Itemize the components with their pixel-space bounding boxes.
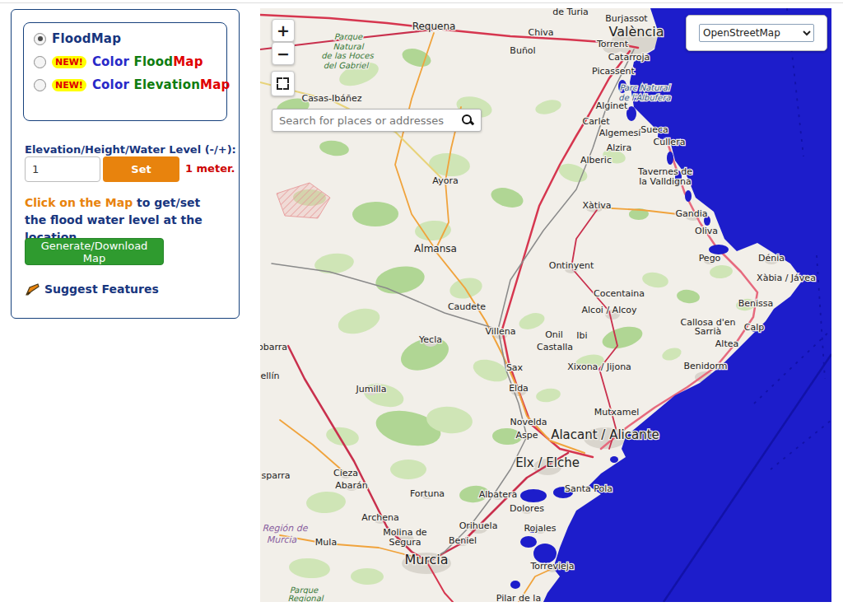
map-label: Fortuna	[410, 488, 445, 499]
map-label: Cocentaina	[594, 288, 645, 299]
map-label: Parque	[334, 32, 363, 42]
map-label: Burjassot	[605, 13, 648, 24]
fullscreen-icon	[277, 78, 288, 89]
map-label: Elda	[509, 383, 529, 394]
map-label: Villena	[486, 326, 516, 337]
map-render: de TuriaBurjassotValènciaChivaBuñolTorre…	[260, 8, 831, 602]
map-label: Santa Pola	[565, 483, 612, 494]
zoom-out-button[interactable]: −	[272, 42, 295, 65]
layer-select[interactable]: OpenStreetMap	[699, 24, 814, 42]
map-label: Catarroja	[608, 52, 650, 63]
radio-icon[interactable]	[34, 79, 46, 91]
map-label: Alberic	[580, 155, 612, 166]
search-input[interactable]	[272, 114, 461, 127]
generate-download-button[interactable]: Generate/Download Map	[25, 238, 164, 265]
map-label: Mula	[315, 537, 337, 548]
map-label: Murcia	[267, 534, 297, 545]
map-label: Albatera	[479, 489, 518, 500]
map-label: Castalla	[537, 342, 573, 352]
map-label: Gandia	[675, 208, 707, 219]
page-top-divider	[0, 2, 843, 3]
map-label: Alcoi / Alcoy	[582, 305, 637, 315]
map-label: Parc Natural	[619, 83, 670, 92]
map-label: Almansa	[414, 243, 457, 254]
set-button[interactable]: Set	[103, 156, 179, 182]
zoom-in-button[interactable]: +	[272, 19, 295, 42]
map-label: Caudete	[448, 301, 486, 312]
map-label: obarra	[260, 342, 287, 352]
map-label: Rojales	[524, 523, 556, 534]
map-label: Xàbia / Jávea	[757, 273, 816, 283]
layer-switcher-panel: OpenStreetMap	[686, 15, 827, 51]
map-label: Sueca	[640, 124, 668, 135]
map-label: Yecla	[418, 334, 442, 345]
map-label: Murcia	[404, 552, 448, 567]
meter-note: 1 meter.	[185, 162, 235, 175]
mode-option-color-floodmap[interactable]: NEW!Color FloodMap	[34, 54, 226, 69]
map-label: Pilar de la	[496, 593, 541, 602]
map-label: Cieza	[333, 468, 358, 478]
radio-icon[interactable]	[34, 33, 46, 45]
map-label: Algemesí	[599, 128, 642, 138]
map-label: Oliva	[695, 226, 718, 236]
map-label: Alzira	[607, 142, 632, 153]
map-label: Onil	[545, 329, 563, 340]
map-label: Xixona / Jijona	[567, 362, 631, 372]
map-label: Buñol	[510, 45, 535, 56]
map-label: Jumilla	[356, 384, 387, 394]
radio-icon[interactable]	[34, 56, 46, 68]
map-canvas[interactable]: de TuriaBurjassotValènciaChivaBuñolTorre…	[260, 8, 831, 602]
map-label: de l'Albufera	[618, 93, 671, 102]
mode-label: Color ElevationMap	[92, 77, 231, 92]
map-label: Beniel	[449, 535, 477, 546]
map-label: Aspe	[515, 430, 538, 441]
map-label: Chiva	[529, 27, 554, 38]
map-label: Alacant / Alicante	[551, 427, 659, 442]
map-label: Sarrià	[695, 326, 721, 337]
map-label: Carlet	[582, 116, 610, 127]
map-label: Ibi	[576, 330, 587, 341]
map-label: Natural	[333, 42, 365, 51]
map-label: ellín	[261, 371, 280, 381]
map-label: Segura	[389, 537, 422, 548]
map-label: Ayora	[432, 175, 458, 186]
mode-label: FloodMap	[52, 31, 121, 46]
map-label: Sax	[506, 362, 524, 373]
mode-option-floodmap[interactable]: FloodMap	[34, 31, 226, 46]
map-mode-box: FloodMapNEW!Color FloodMapNEW!Color Elev…	[23, 22, 227, 121]
map-label: Altea	[715, 338, 738, 349]
map-label: Ontinyent	[549, 260, 594, 271]
map-label: Elx / Elche	[515, 455, 580, 470]
map-label: Picassent	[592, 66, 635, 77]
suggest-features-link[interactable]: Suggest Features	[26, 282, 159, 296]
map-label: Novelda	[510, 417, 547, 427]
map-label: Abarán	[335, 480, 368, 491]
map-label: Dénia	[758, 253, 785, 264]
fullscreen-button[interactable]	[271, 71, 295, 96]
map-label: València	[609, 24, 664, 40]
search-icon[interactable]	[461, 114, 474, 127]
map-label: Benidorm	[683, 361, 727, 371]
map-label: Requena	[412, 21, 456, 32]
mode-option-color-elevationmap[interactable]: NEW!Color ElevationMap	[34, 77, 226, 92]
map-label: Torrent	[596, 39, 629, 49]
map-label: Cullera	[654, 137, 686, 147]
map-label: Pego	[699, 253, 721, 264]
elevation-label: Elevation/Height/Water Level (-/+):	[25, 143, 236, 156]
map-label: Dolores	[510, 503, 544, 514]
map-label: Xàtiva	[583, 200, 612, 211]
map-search-box	[272, 109, 482, 132]
new-badge: NEW!	[52, 79, 86, 91]
suggest-features-label: Suggest Features	[44, 282, 159, 296]
elevation-input[interactable]	[25, 156, 100, 182]
map-label: Benissa	[738, 298, 774, 309]
map-label: de Turia	[552, 8, 589, 17]
map-label: Torrevieja	[529, 561, 574, 572]
map-label: de las Hoces	[321, 51, 374, 60]
new-badge: NEW!	[52, 56, 86, 68]
map-label: Región de	[263, 523, 309, 534]
map-label: Calp	[744, 322, 764, 333]
map-label: Orihuela	[459, 520, 498, 531]
pen-icon	[26, 283, 40, 296]
map-label: la Valldigna	[639, 176, 692, 187]
